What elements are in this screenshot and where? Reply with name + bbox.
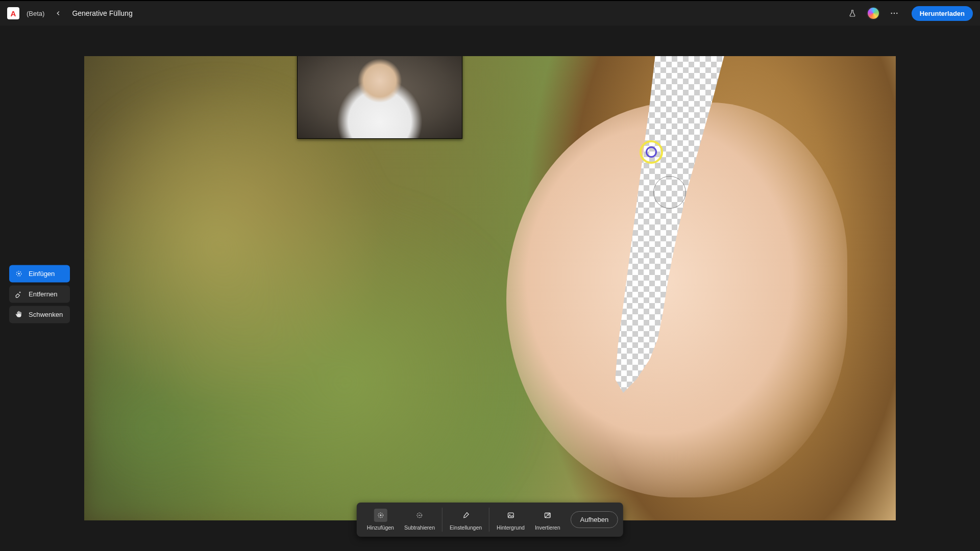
- subtract-selection-icon: [413, 509, 426, 522]
- tool-remove[interactable]: Entfernen: [9, 285, 70, 303]
- more-menu-button[interactable]: [887, 6, 901, 20]
- toolbar-background-label: Hintergrund: [497, 524, 525, 531]
- toolbar-invert-label: Invertieren: [535, 524, 560, 531]
- adobe-logo-icon: A: [7, 7, 19, 19]
- toolbar-subtract[interactable]: Subtrahieren: [399, 507, 440, 533]
- page-title: Generative Füllung: [72, 9, 132, 17]
- workspace: Einfügen Entfernen Schwenken: [0, 26, 980, 551]
- toolbar-divider: [489, 508, 489, 532]
- webcam-pip-overlay[interactable]: [297, 56, 462, 139]
- selection-toolbar: Hinzufügen Subtrahieren Einstellungen: [357, 503, 623, 537]
- brush-icon: [459, 509, 473, 522]
- beta-tag: (Beta): [27, 10, 44, 17]
- svg-rect-6: [508, 513, 513, 517]
- toolbar-settings-label: Einstellungen: [450, 524, 482, 531]
- eraser-sparkle-icon: [14, 289, 23, 298]
- tool-rail: Einfügen Entfernen Schwenken: [9, 265, 70, 323]
- tool-insert[interactable]: Einfügen: [9, 265, 70, 282]
- toolbar-divider: [442, 508, 443, 532]
- add-selection-icon: [374, 509, 387, 522]
- tool-pan[interactable]: Schwenken: [9, 306, 70, 323]
- flask-icon: [848, 9, 856, 17]
- svg-point-1: [894, 13, 895, 14]
- chevron-left-icon: [55, 10, 62, 17]
- toolbar-settings[interactable]: Einstellungen: [445, 507, 487, 533]
- sparkle-plus-icon: [14, 269, 23, 278]
- invert-icon: [541, 509, 554, 522]
- labs-button[interactable]: [845, 6, 860, 20]
- tool-insert-label: Einfügen: [29, 270, 55, 278]
- hand-icon: [14, 310, 23, 319]
- user-avatar[interactable]: [867, 7, 880, 20]
- image-canvas[interactable]: [84, 56, 896, 520]
- back-button[interactable]: [52, 7, 65, 20]
- toolbar-cancel-button[interactable]: Aufheben: [571, 511, 619, 528]
- ellipsis-icon: [890, 9, 899, 18]
- svg-point-0: [891, 13, 892, 14]
- toolbar-add-label: Hinzufügen: [367, 524, 394, 531]
- tool-pan-label: Schwenken: [29, 311, 63, 318]
- toolbar-subtract-label: Subtrahieren: [404, 524, 435, 531]
- cursor-highlight-marker: [640, 140, 663, 164]
- image-icon: [504, 509, 518, 522]
- tool-remove-label: Entfernen: [29, 290, 57, 298]
- toolbar-add[interactable]: Hinzufügen: [362, 507, 399, 533]
- app-header: A (Beta) Generative Füllung Herunterlade…: [0, 0, 980, 26]
- toolbar-invert[interactable]: Invertieren: [530, 507, 566, 533]
- download-button[interactable]: Herunterladen: [912, 6, 973, 21]
- toolbar-background[interactable]: Hintergrund: [492, 507, 530, 533]
- svg-point-2: [896, 13, 898, 14]
